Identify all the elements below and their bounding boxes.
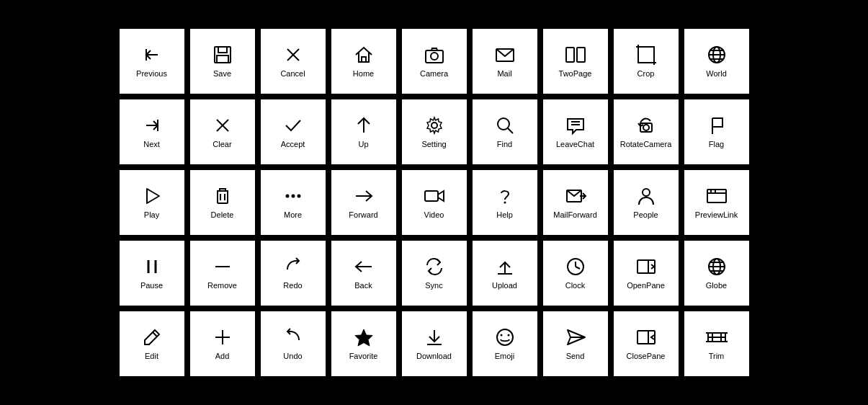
remove-button[interactable]: Remove	[190, 241, 255, 306]
forward-label: Forward	[349, 210, 377, 220]
undo-label: Undo	[283, 352, 302, 361]
redo-button[interactable]: Redo	[261, 241, 326, 306]
add-button[interactable]: Add	[190, 311, 255, 376]
favorite-button[interactable]: Favorite	[331, 311, 396, 376]
sync-button[interactable]: Sync	[402, 241, 467, 306]
rotatecamera-button[interactable]: RotateCamera	[614, 99, 679, 164]
forward-button[interactable]: Forward	[331, 170, 396, 235]
svg-point-48	[643, 189, 650, 196]
people-label: People	[633, 210, 658, 220]
edit-button[interactable]: Edit	[120, 311, 184, 376]
svg-point-33	[643, 125, 649, 130]
closepane-button[interactable]: ClosePane	[614, 311, 679, 376]
icon-grid: Previous Save Cancel Home Camera	[108, 17, 761, 388]
delete-button[interactable]: Delete	[190, 170, 255, 235]
video-button[interactable]: Video	[402, 170, 467, 235]
leavechat-button[interactable]: LeaveChat	[543, 99, 608, 164]
svg-point-40	[285, 195, 289, 198]
more-label: More	[284, 210, 302, 220]
play-button[interactable]: Play	[120, 170, 184, 235]
up-button[interactable]: Up	[331, 99, 396, 164]
remove-label: Remove	[207, 281, 237, 290]
mailforward-button[interactable]: MailForward	[543, 170, 608, 235]
mail-label: Mail	[497, 69, 511, 79]
upload-button[interactable]: Upload	[473, 241, 537, 306]
svg-rect-4	[217, 55, 228, 63]
clear-button[interactable]: Clear	[190, 99, 255, 164]
play-label: Play	[144, 210, 159, 220]
find-button[interactable]: Find	[473, 99, 537, 164]
emoji-button[interactable]: Emoji	[473, 311, 537, 376]
send-button[interactable]: Send	[543, 311, 608, 376]
sync-label: Sync	[425, 281, 442, 290]
next-label: Next	[143, 140, 160, 149]
trim-label: Trim	[709, 352, 725, 361]
globe-label: Globe	[706, 281, 727, 290]
mail-button[interactable]: Mail	[473, 29, 537, 94]
more-button[interactable]: More	[261, 170, 326, 235]
mailforward-label: MailForward	[553, 210, 597, 220]
world-label: World	[706, 69, 727, 79]
svg-marker-72	[355, 329, 372, 346]
back-label: Back	[354, 281, 372, 290]
download-button[interactable]: Download	[402, 311, 467, 376]
home-label: Home	[353, 69, 374, 79]
svg-rect-44	[425, 191, 438, 201]
save-button[interactable]: Save	[190, 29, 255, 94]
previous-label: Previous	[136, 69, 167, 79]
previous-button[interactable]: Previous	[120, 29, 184, 94]
svg-point-29	[498, 118, 509, 130]
back-button[interactable]: Back	[331, 241, 396, 306]
rotatecamera-label: RotateCamera	[620, 140, 672, 149]
trim-button[interactable]: Trim	[684, 311, 749, 376]
twopage-button[interactable]: TwoPage	[543, 29, 608, 94]
svg-line-61	[576, 267, 580, 269]
leavechat-label: LeaveChat	[556, 140, 594, 149]
closepane-label: ClosePane	[627, 352, 666, 361]
redo-label: Redo	[283, 281, 302, 290]
flag-label: Flag	[709, 140, 724, 149]
accept-button[interactable]: Accept	[261, 99, 326, 164]
camera-button[interactable]: Camera	[402, 29, 467, 94]
cancel-button[interactable]: Cancel	[261, 29, 326, 94]
crop-button[interactable]: Crop	[614, 29, 679, 94]
world-button[interactable]: World	[684, 29, 749, 94]
flag-button[interactable]: Flag	[684, 99, 749, 164]
people-button[interactable]: People	[614, 170, 679, 235]
svg-point-42	[297, 195, 300, 198]
openpane-button[interactable]: OpenPane	[614, 241, 679, 306]
setting-label: Setting	[421, 140, 446, 149]
camera-label: Camera	[420, 69, 448, 79]
accept-label: Accept	[281, 140, 305, 149]
clock-button[interactable]: Clock	[543, 241, 608, 306]
cancel-label: Cancel	[280, 69, 305, 79]
emoji-label: Emoji	[495, 352, 515, 361]
svg-point-75	[497, 329, 513, 345]
svg-line-69	[153, 332, 157, 337]
openpane-label: OpenPane	[627, 281, 665, 290]
clock-label: Clock	[565, 281, 586, 290]
previewlink-button[interactable]: PreviewLink	[684, 170, 749, 235]
help-button[interactable]: Help	[473, 170, 537, 235]
twopage-label: TwoPage	[559, 69, 592, 79]
pause-label: Pause	[140, 281, 163, 290]
next-button[interactable]: Next	[120, 99, 184, 164]
svg-point-77	[507, 334, 509, 337]
svg-rect-37	[218, 191, 228, 203]
previewlink-label: PreviewLink	[695, 210, 738, 220]
add-label: Add	[215, 352, 230, 361]
globe-button[interactable]: Globe	[684, 241, 749, 306]
help-label: Help	[496, 210, 513, 220]
undo-button[interactable]: Undo	[261, 311, 326, 376]
pause-button[interactable]: Pause	[120, 241, 184, 306]
home-button[interactable]: Home	[331, 29, 396, 94]
favorite-label: Favorite	[349, 352, 378, 361]
upload-label: Upload	[492, 281, 517, 290]
svg-point-76	[500, 334, 502, 337]
send-label: Send	[566, 352, 585, 361]
setting-button[interactable]: Setting	[402, 99, 467, 164]
svg-point-28	[431, 123, 437, 128]
svg-marker-36	[147, 189, 159, 203]
find-label: Find	[497, 140, 512, 149]
svg-point-45	[504, 202, 506, 204]
